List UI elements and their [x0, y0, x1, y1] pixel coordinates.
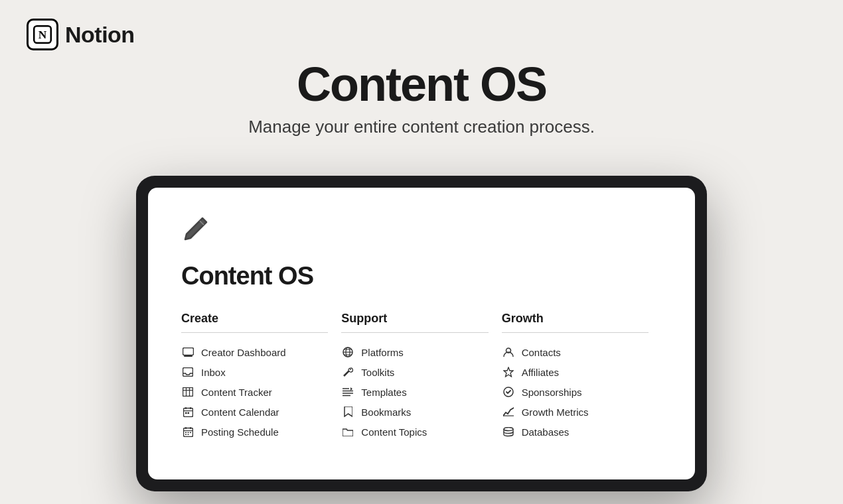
svg-rect-4 [187, 355, 190, 356]
toolkits-label: Toolkits [361, 367, 394, 378]
bookmarks-label: Bookmarks [361, 407, 411, 418]
list-item[interactable]: Content Tracker [181, 382, 328, 402]
growth-metrics-icon [502, 405, 515, 418]
page-header: N Notion Content OS Manage your entire c… [0, 0, 843, 137]
contacts-icon [502, 346, 515, 359]
growth-column-header: Growth [502, 312, 649, 333]
svg-rect-6 [183, 388, 193, 397]
list-item[interactable]: Posting Schedule [181, 422, 328, 442]
growth-metrics-label: Growth Metrics [522, 407, 589, 418]
list-item[interactable]: Templates [341, 382, 488, 402]
svg-rect-14 [185, 412, 187, 414]
svg-rect-2 [183, 347, 193, 355]
platforms-icon [341, 346, 354, 359]
contacts-label: Contacts [522, 347, 561, 358]
list-item[interactable]: Affiliates [502, 362, 649, 382]
create-column-header: Create [181, 312, 328, 333]
templates-icon [341, 385, 354, 399]
list-item[interactable]: Platforms [341, 342, 488, 362]
notion-logo: N Notion [27, 19, 135, 50]
list-item[interactable]: Contacts [502, 342, 649, 362]
content-tracker-label: Content Tracker [201, 387, 272, 398]
svg-rect-22 [190, 432, 191, 433]
content-calendar-icon [181, 405, 194, 418]
posting-schedule-icon [181, 425, 194, 438]
device-frame: Content OS Create Creator Dashboard [136, 176, 707, 491]
templates-label: Templates [361, 387, 406, 398]
inbox-icon [181, 365, 194, 379]
hero-title: Content OS [27, 57, 816, 111]
create-column: Create Creator Dashboard Inbox [181, 312, 341, 442]
svg-point-38 [504, 427, 513, 430]
svg-text:N: N [38, 29, 47, 41]
sponsorships-icon [502, 385, 515, 399]
affiliates-label: Affiliates [522, 367, 559, 378]
platforms-label: Platforms [361, 347, 403, 358]
list-item[interactable]: Sponsorships [502, 382, 649, 402]
list-item[interactable]: Content Calendar [181, 402, 328, 422]
databases-icon [502, 425, 515, 438]
content-tracker-icon [181, 385, 194, 399]
device-screen: Content OS Create Creator Dashboard [148, 188, 695, 479]
page-title: Content OS [181, 262, 662, 290]
hero-subtitle: Manage your entire content creation proc… [27, 117, 816, 137]
content-calendar-label: Content Calendar [201, 407, 279, 418]
svg-rect-21 [187, 432, 189, 433]
support-column: Support Platforms Toolkits [341, 312, 501, 442]
databases-label: Databases [522, 426, 570, 438]
list-item[interactable]: Bookmarks [341, 402, 488, 422]
content-topics-icon [341, 425, 354, 438]
svg-rect-24 [187, 434, 189, 435]
list-item[interactable]: Growth Metrics [502, 402, 649, 422]
content-columns: Create Creator Dashboard Inbox [181, 312, 662, 442]
posting-schedule-label: Posting Schedule [201, 426, 279, 438]
support-column-header: Support [341, 312, 488, 333]
svg-point-30 [350, 369, 351, 370]
pencil-icon [181, 214, 662, 250]
content-topics-label: Content Topics [361, 426, 427, 438]
inbox-label: Inbox [201, 367, 226, 378]
growth-column: Growth Contacts Affiliates [502, 312, 662, 442]
device-mockup: Content OS Create Creator Dashboard [136, 176, 707, 491]
affiliates-icon [502, 365, 515, 379]
toolkits-icon [341, 365, 354, 379]
creator-dashboard-label: Creator Dashboard [201, 347, 286, 358]
list-item[interactable]: Creator Dashboard [181, 342, 328, 362]
list-item[interactable]: Toolkits [341, 362, 488, 382]
list-item[interactable]: Content Topics [341, 422, 488, 442]
svg-rect-15 [187, 412, 189, 414]
bookmarks-icon [341, 405, 354, 418]
sponsorships-label: Sponsorships [522, 387, 582, 398]
notion-logo-icon: N [27, 19, 58, 50]
creator-dashboard-icon [181, 346, 194, 359]
notion-brand-name: Notion [65, 22, 135, 48]
list-item[interactable]: Databases [502, 422, 649, 442]
svg-rect-20 [185, 432, 187, 433]
list-item[interactable]: Inbox [181, 362, 328, 382]
svg-rect-23 [185, 434, 187, 435]
